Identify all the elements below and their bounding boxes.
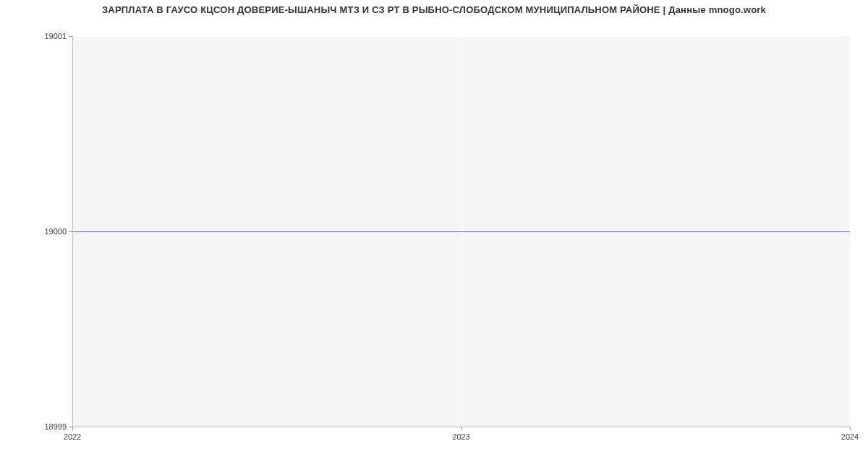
y-tick [69, 36, 72, 37]
x-tick-label: 2022 [64, 432, 81, 441]
gridline-v [850, 36, 851, 427]
x-tick [72, 427, 73, 430]
y-tick [69, 427, 72, 427]
y-tick-label: 18999 [0, 422, 67, 431]
gridline-h [72, 36, 850, 37]
x-tick [461, 427, 462, 430]
y-axis-line [72, 36, 73, 427]
line-chart: ЗАРПЛАТА В ГАУСО КЦСОН ДОВЕРИЕ-ЫШАНЫЧ МТ… [0, 0, 868, 470]
y-tick-label: 19001 [0, 32, 67, 40]
y-tick [69, 231, 72, 232]
series-line [72, 231, 850, 232]
x-tick-label: 2024 [841, 432, 859, 441]
chart-title: ЗАРПЛАТА В ГАУСО КЦСОН ДОВЕРИЕ-ЫШАНЫЧ МТ… [0, 4, 868, 15]
y-tick-label: 19000 [0, 227, 67, 236]
x-tick [850, 427, 851, 430]
x-tick-label: 2023 [452, 432, 469, 441]
